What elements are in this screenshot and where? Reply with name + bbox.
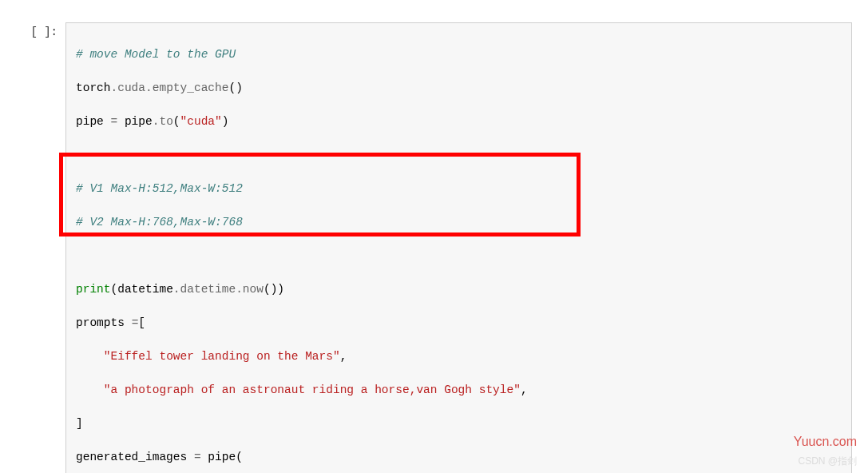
code-token bbox=[76, 384, 104, 396]
code-token: ] bbox=[76, 417, 83, 430]
string-literal: "Eiffel tower landing on the Mars" bbox=[104, 350, 340, 363]
string-literal: "cuda" bbox=[180, 115, 222, 128]
code-token: ) bbox=[222, 115, 229, 128]
comment: # V2 Max-H:768,Max-W:768 bbox=[76, 216, 243, 229]
watermark-csdn: CSDN @指剑 bbox=[798, 455, 857, 468]
code-token: pipe bbox=[117, 115, 153, 128]
code-token: torch bbox=[76, 81, 111, 94]
code-token: .datetime.now bbox=[173, 283, 264, 296]
builtin: print bbox=[76, 283, 111, 296]
code-token: pipe bbox=[76, 115, 111, 128]
code-token: , bbox=[340, 350, 347, 363]
code-token: , bbox=[521, 384, 528, 396]
watermark-yuucn: Yuucn.com bbox=[794, 435, 857, 449]
code-token: .cuda.empty_cache bbox=[111, 81, 229, 94]
code-token bbox=[76, 350, 104, 363]
notebook-cell: [ ]: # move Model to the GPU torch.cuda.… bbox=[0, 0, 868, 473]
string-literal: "a photograph of an astronaut riding a h… bbox=[104, 384, 521, 396]
code-token: ( bbox=[173, 115, 180, 128]
cell-prompt: [ ]: bbox=[0, 22, 65, 38]
code-token: () bbox=[228, 81, 242, 94]
code-editor[interactable]: # move Model to the GPU torch.cuda.empty… bbox=[65, 22, 852, 473]
code-token: pipe( bbox=[201, 451, 243, 463]
code-token: ()) bbox=[264, 283, 284, 296]
comment: # V1 Max-H:512,Max-W:512 bbox=[76, 182, 243, 195]
code-token: = bbox=[194, 451, 201, 463]
code-token: generated_images bbox=[76, 451, 194, 463]
code-token: [ bbox=[138, 316, 145, 329]
code-token: prompts bbox=[76, 316, 132, 329]
code-token: (datetime bbox=[111, 283, 173, 296]
code-token: .to bbox=[153, 115, 173, 128]
code-token: = bbox=[111, 115, 118, 128]
comment: # move Model to the GPU bbox=[76, 48, 236, 61]
